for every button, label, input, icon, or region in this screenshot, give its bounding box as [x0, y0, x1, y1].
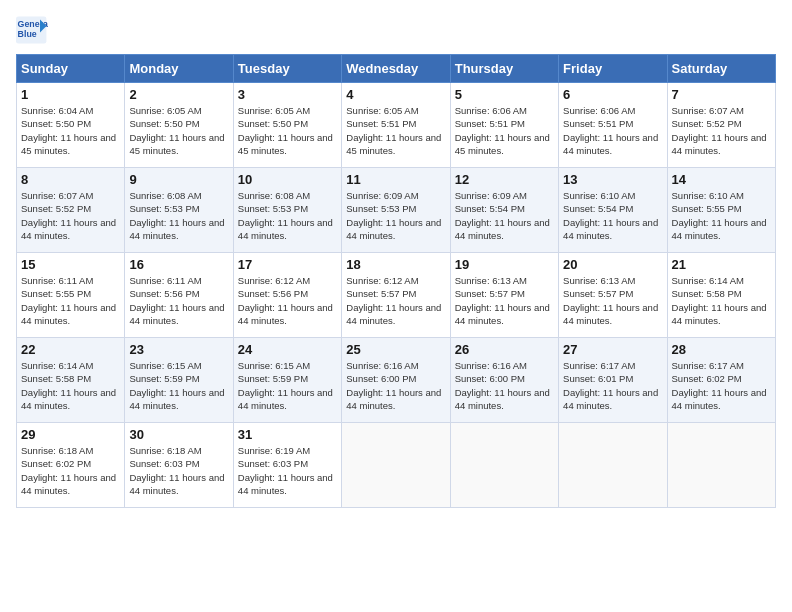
calendar-cell: 17 Sunrise: 6:12 AM Sunset: 5:56 PM Dayl…: [233, 253, 341, 338]
week-row-1: 1 Sunrise: 6:04 AM Sunset: 5:50 PM Dayli…: [17, 83, 776, 168]
day-info: Sunrise: 6:15 AM Sunset: 5:59 PM Dayligh…: [238, 359, 337, 412]
calendar-cell: 23 Sunrise: 6:15 AM Sunset: 5:59 PM Dayl…: [125, 338, 233, 423]
weekday-header-monday: Monday: [125, 55, 233, 83]
calendar-cell: 19 Sunrise: 6:13 AM Sunset: 5:57 PM Dayl…: [450, 253, 558, 338]
calendar-cell: 6 Sunrise: 6:06 AM Sunset: 5:51 PM Dayli…: [559, 83, 667, 168]
calendar-cell: 31 Sunrise: 6:19 AM Sunset: 6:03 PM Dayl…: [233, 423, 341, 508]
calendar-cell: 26 Sunrise: 6:16 AM Sunset: 6:00 PM Dayl…: [450, 338, 558, 423]
day-number: 27: [563, 342, 662, 357]
day-number: 6: [563, 87, 662, 102]
week-row-5: 29 Sunrise: 6:18 AM Sunset: 6:02 PM Dayl…: [17, 423, 776, 508]
calendar-cell: 28 Sunrise: 6:17 AM Sunset: 6:02 PM Dayl…: [667, 338, 775, 423]
calendar-cell: 14 Sunrise: 6:10 AM Sunset: 5:55 PM Dayl…: [667, 168, 775, 253]
calendar-cell: 9 Sunrise: 6:08 AM Sunset: 5:53 PM Dayli…: [125, 168, 233, 253]
weekday-header-friday: Friday: [559, 55, 667, 83]
day-info: Sunrise: 6:09 AM Sunset: 5:53 PM Dayligh…: [346, 189, 445, 242]
calendar-cell: 7 Sunrise: 6:07 AM Sunset: 5:52 PM Dayli…: [667, 83, 775, 168]
header: General Blue: [16, 16, 776, 44]
calendar-table: SundayMondayTuesdayWednesdayThursdayFrid…: [16, 54, 776, 508]
day-info: Sunrise: 6:11 AM Sunset: 5:55 PM Dayligh…: [21, 274, 120, 327]
day-info: Sunrise: 6:13 AM Sunset: 5:57 PM Dayligh…: [455, 274, 554, 327]
calendar-cell: 22 Sunrise: 6:14 AM Sunset: 5:58 PM Dayl…: [17, 338, 125, 423]
calendar-cell: [450, 423, 558, 508]
day-info: Sunrise: 6:05 AM Sunset: 5:50 PM Dayligh…: [238, 104, 337, 157]
calendar-cell: 29 Sunrise: 6:18 AM Sunset: 6:02 PM Dayl…: [17, 423, 125, 508]
day-info: Sunrise: 6:06 AM Sunset: 5:51 PM Dayligh…: [563, 104, 662, 157]
day-number: 8: [21, 172, 120, 187]
calendar-cell: [559, 423, 667, 508]
day-number: 24: [238, 342, 337, 357]
week-row-4: 22 Sunrise: 6:14 AM Sunset: 5:58 PM Dayl…: [17, 338, 776, 423]
day-info: Sunrise: 6:18 AM Sunset: 6:02 PM Dayligh…: [21, 444, 120, 497]
day-info: Sunrise: 6:06 AM Sunset: 5:51 PM Dayligh…: [455, 104, 554, 157]
calendar-cell: 1 Sunrise: 6:04 AM Sunset: 5:50 PM Dayli…: [17, 83, 125, 168]
calendar-cell: 5 Sunrise: 6:06 AM Sunset: 5:51 PM Dayli…: [450, 83, 558, 168]
day-number: 16: [129, 257, 228, 272]
day-info: Sunrise: 6:09 AM Sunset: 5:54 PM Dayligh…: [455, 189, 554, 242]
calendar-cell: 10 Sunrise: 6:08 AM Sunset: 5:53 PM Dayl…: [233, 168, 341, 253]
weekday-header-wednesday: Wednesday: [342, 55, 450, 83]
day-info: Sunrise: 6:08 AM Sunset: 5:53 PM Dayligh…: [129, 189, 228, 242]
weekday-header-thursday: Thursday: [450, 55, 558, 83]
day-info: Sunrise: 6:14 AM Sunset: 5:58 PM Dayligh…: [672, 274, 771, 327]
calendar-cell: 25 Sunrise: 6:16 AM Sunset: 6:00 PM Dayl…: [342, 338, 450, 423]
calendar-cell: 12 Sunrise: 6:09 AM Sunset: 5:54 PM Dayl…: [450, 168, 558, 253]
day-info: Sunrise: 6:08 AM Sunset: 5:53 PM Dayligh…: [238, 189, 337, 242]
calendar-cell: 2 Sunrise: 6:05 AM Sunset: 5:50 PM Dayli…: [125, 83, 233, 168]
day-number: 2: [129, 87, 228, 102]
weekday-header-sunday: Sunday: [17, 55, 125, 83]
day-info: Sunrise: 6:07 AM Sunset: 5:52 PM Dayligh…: [21, 189, 120, 242]
day-info: Sunrise: 6:11 AM Sunset: 5:56 PM Dayligh…: [129, 274, 228, 327]
day-info: Sunrise: 6:14 AM Sunset: 5:58 PM Dayligh…: [21, 359, 120, 412]
calendar-cell: 13 Sunrise: 6:10 AM Sunset: 5:54 PM Dayl…: [559, 168, 667, 253]
logo: General Blue: [16, 16, 48, 44]
day-number: 18: [346, 257, 445, 272]
calendar-cell: 24 Sunrise: 6:15 AM Sunset: 5:59 PM Dayl…: [233, 338, 341, 423]
weekday-header-saturday: Saturday: [667, 55, 775, 83]
day-info: Sunrise: 6:12 AM Sunset: 5:57 PM Dayligh…: [346, 274, 445, 327]
day-number: 11: [346, 172, 445, 187]
calendar-cell: 3 Sunrise: 6:05 AM Sunset: 5:50 PM Dayli…: [233, 83, 341, 168]
calendar-cell: 30 Sunrise: 6:18 AM Sunset: 6:03 PM Dayl…: [125, 423, 233, 508]
day-info: Sunrise: 6:10 AM Sunset: 5:54 PM Dayligh…: [563, 189, 662, 242]
day-number: 4: [346, 87, 445, 102]
calendar-cell: 15 Sunrise: 6:11 AM Sunset: 5:55 PM Dayl…: [17, 253, 125, 338]
calendar-cell: 27 Sunrise: 6:17 AM Sunset: 6:01 PM Dayl…: [559, 338, 667, 423]
day-number: 1: [21, 87, 120, 102]
day-number: 20: [563, 257, 662, 272]
day-number: 13: [563, 172, 662, 187]
calendar-cell: 21 Sunrise: 6:14 AM Sunset: 5:58 PM Dayl…: [667, 253, 775, 338]
day-number: 21: [672, 257, 771, 272]
day-number: 19: [455, 257, 554, 272]
day-info: Sunrise: 6:12 AM Sunset: 5:56 PM Dayligh…: [238, 274, 337, 327]
day-info: Sunrise: 6:19 AM Sunset: 6:03 PM Dayligh…: [238, 444, 337, 497]
day-number: 14: [672, 172, 771, 187]
day-info: Sunrise: 6:10 AM Sunset: 5:55 PM Dayligh…: [672, 189, 771, 242]
calendar-cell: [342, 423, 450, 508]
day-number: 23: [129, 342, 228, 357]
day-number: 29: [21, 427, 120, 442]
day-info: Sunrise: 6:07 AM Sunset: 5:52 PM Dayligh…: [672, 104, 771, 157]
week-row-2: 8 Sunrise: 6:07 AM Sunset: 5:52 PM Dayli…: [17, 168, 776, 253]
day-number: 25: [346, 342, 445, 357]
week-row-3: 15 Sunrise: 6:11 AM Sunset: 5:55 PM Dayl…: [17, 253, 776, 338]
calendar-cell: 16 Sunrise: 6:11 AM Sunset: 5:56 PM Dayl…: [125, 253, 233, 338]
day-number: 5: [455, 87, 554, 102]
day-info: Sunrise: 6:13 AM Sunset: 5:57 PM Dayligh…: [563, 274, 662, 327]
day-number: 30: [129, 427, 228, 442]
day-info: Sunrise: 6:05 AM Sunset: 5:50 PM Dayligh…: [129, 104, 228, 157]
day-info: Sunrise: 6:16 AM Sunset: 6:00 PM Dayligh…: [455, 359, 554, 412]
day-info: Sunrise: 6:17 AM Sunset: 6:01 PM Dayligh…: [563, 359, 662, 412]
day-number: 15: [21, 257, 120, 272]
day-number: 28: [672, 342, 771, 357]
day-info: Sunrise: 6:18 AM Sunset: 6:03 PM Dayligh…: [129, 444, 228, 497]
calendar-cell: 11 Sunrise: 6:09 AM Sunset: 5:53 PM Dayl…: [342, 168, 450, 253]
day-number: 10: [238, 172, 337, 187]
day-number: 22: [21, 342, 120, 357]
calendar-cell: 18 Sunrise: 6:12 AM Sunset: 5:57 PM Dayl…: [342, 253, 450, 338]
day-info: Sunrise: 6:15 AM Sunset: 5:59 PM Dayligh…: [129, 359, 228, 412]
day-number: 17: [238, 257, 337, 272]
weekday-header-tuesday: Tuesday: [233, 55, 341, 83]
day-info: Sunrise: 6:05 AM Sunset: 5:51 PM Dayligh…: [346, 104, 445, 157]
calendar-cell: 8 Sunrise: 6:07 AM Sunset: 5:52 PM Dayli…: [17, 168, 125, 253]
